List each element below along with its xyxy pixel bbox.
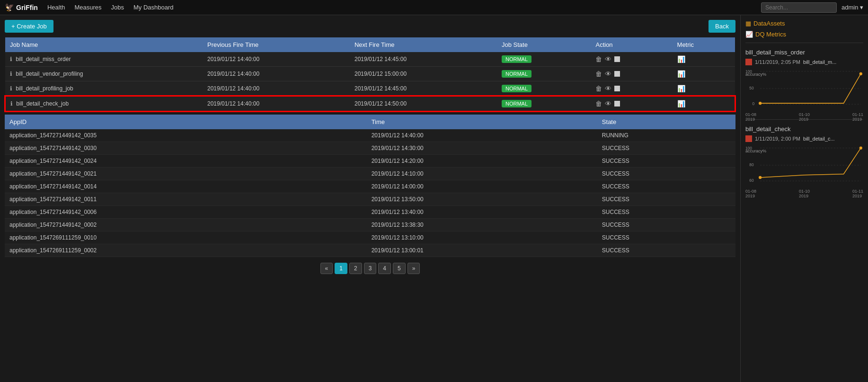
dq-metrics-label: DQ Metrics <box>755 31 786 38</box>
page-3[interactable]: 3 <box>364 263 377 274</box>
job-name-cell: ℹ bill_detail_miss_order <box>5 52 203 67</box>
col-action: Action <box>591 37 672 52</box>
svg-point-14 <box>859 147 862 150</box>
logo-icon: 🦅 <box>5 3 14 12</box>
job-prev-fire-cell: 2019/01/12 14:40:00 <box>203 67 350 81</box>
stop-icon[interactable] <box>614 56 620 62</box>
metric2-thumb <box>745 135 752 142</box>
action-icons: 🗑 👁 <box>595 55 667 63</box>
view-icon[interactable]: 👁 <box>605 85 611 92</box>
logo-text: GriFfin <box>16 4 38 11</box>
metric-chart-icon[interactable]: 📊 <box>677 100 685 107</box>
page-2[interactable]: 2 <box>349 263 362 274</box>
metric1-thumb <box>745 59 752 65</box>
delete-icon[interactable]: 🗑 <box>595 70 602 78</box>
delete-icon[interactable]: 🗑 <box>595 100 602 107</box>
app-id-cell: application_1547271449142_0030 <box>5 142 367 155</box>
top-navigation: 🦅 GriFfin Health Measures Jobs My Dashbo… <box>0 0 868 15</box>
job-metric-cell: 📊 <box>673 52 735 67</box>
metric2-x1: 01-082019 <box>745 189 756 198</box>
metric-section-1: bill_detail_miss_order 1/11/2019, 2:05 P… <box>745 49 863 115</box>
metric1-chart: accuracy% 100 50 0 <box>745 67 863 115</box>
delete-icon[interactable]: 🗑 <box>595 85 602 92</box>
col-appid: AppID <box>5 115 367 129</box>
dq-metrics-link[interactable]: 📈 DQ Metrics <box>745 31 863 38</box>
app-row: application_1547271449142_0024 2019/01/1… <box>5 155 735 168</box>
metric1-x3: 01-112019 <box>852 112 863 122</box>
job-row[interactable]: ℹ bill_detail_profiling_job 2019/01/12 1… <box>5 81 735 97</box>
jobs-table-header: Job Name Previous Fire Time Next Fire Ti… <box>5 37 735 52</box>
apps-table-body: application_1547271449142_0035 2019/01/1… <box>5 129 735 257</box>
user-menu[interactable]: admin ▾ <box>841 4 863 11</box>
metric2-x-labels: 01-082019 01-102019 01-112019 <box>745 189 863 198</box>
page-prev[interactable]: « <box>320 263 333 274</box>
metric2-x2: 01-102019 <box>799 189 810 198</box>
data-assets-link[interactable]: ▦ DataAssets <box>745 20 863 27</box>
info-icon: ℹ <box>10 71 12 77</box>
app-row: application_1547271449142_0014 2019/01/1… <box>5 180 735 193</box>
app-time-cell: 2019/01/12 14:10:00 <box>367 168 597 180</box>
job-metric-cell: 📊 <box>673 81 735 97</box>
view-icon[interactable]: 👁 <box>605 100 611 107</box>
col-state: State <box>597 115 735 129</box>
app-time-cell: 2019/01/12 13:38:30 <box>367 219 597 231</box>
apps-table: AppID Time State application_15472714491… <box>5 115 735 257</box>
app-state-cell: SUCCESS <box>597 168 735 180</box>
col-job-name: Job Name <box>5 37 203 52</box>
view-icon[interactable]: 👁 <box>605 55 611 63</box>
job-name-cell: ℹ bill_detail_vendor_profiling <box>5 67 203 81</box>
search-input[interactable] <box>761 2 837 13</box>
job-name-cell: ℹ bill_detail_check_job <box>5 96 203 111</box>
job-state-cell: NORMAL <box>497 67 591 81</box>
job-row[interactable]: ℹ bill_detail_vendor_profiling 2019/01/1… <box>5 67 735 81</box>
job-metric-cell: 📊 <box>673 96 735 111</box>
app-state-cell: SUCCESS <box>597 142 735 155</box>
app-row: application_1547269111259_0002 2019/01/1… <box>5 244 735 257</box>
info-icon: ℹ <box>10 85 12 92</box>
metric-chart-icon[interactable]: 📊 <box>677 55 685 63</box>
job-row[interactable]: ℹ bill_detail_miss_order 2019/01/12 14:4… <box>5 52 735 67</box>
metric1-x2: 01-102019 <box>799 112 810 122</box>
metric-chart-icon[interactable]: 📊 <box>677 85 685 92</box>
delete-icon[interactable]: 🗑 <box>595 55 602 63</box>
page-5[interactable]: 5 <box>393 263 406 274</box>
app-state-cell: SUCCESS <box>597 244 735 257</box>
nav-jobs[interactable]: Jobs <box>111 4 124 11</box>
stop-icon[interactable] <box>614 86 620 91</box>
nav-dashboard[interactable]: My Dashboard <box>133 4 174 11</box>
svg-point-6 <box>859 72 862 75</box>
back-button[interactable]: Back <box>709 20 735 33</box>
app-state-cell: SUCCESS <box>597 219 735 231</box>
metric-chart-icon[interactable]: 📊 <box>677 70 685 78</box>
chart-line-icon: 📈 <box>745 31 753 38</box>
stop-icon[interactable] <box>614 71 620 77</box>
job-row[interactable]: ℹ bill_detail_check_job 2019/01/12 14:40… <box>5 96 735 111</box>
app-time-cell: 2019/01/12 14:20:00 <box>367 155 597 168</box>
app-time-cell: 2019/01/12 14:40:00 <box>367 129 597 142</box>
nav-measures[interactable]: Measures <box>74 4 101 11</box>
page-next[interactable]: » <box>407 263 420 274</box>
page-1[interactable]: 1 <box>335 263 347 274</box>
app-state-cell: RUNNING <box>597 129 735 142</box>
nav-links: Health Measures Jobs My Dashboard <box>47 4 761 11</box>
app-row: application_1547271449142_0006 2019/01/1… <box>5 206 735 219</box>
job-action-cell: 🗑 👁 <box>591 81 672 97</box>
view-icon[interactable]: 👁 <box>605 70 611 78</box>
metric-section-2: bill_detail_check 1/11/2019, 2:00 PM bil… <box>745 125 863 191</box>
nav-health[interactable]: Health <box>47 4 65 11</box>
app-id-cell: application_1547271449142_0021 <box>5 168 367 180</box>
metric1-entry: 1/11/2019, 2:05 PM bill_detail_m... <box>745 59 863 65</box>
app-state-cell: SUCCESS <box>597 155 735 168</box>
page-4[interactable]: 4 <box>378 263 391 274</box>
jobs-table: Job Name Previous Fire Time Next Fire Ti… <box>5 37 735 112</box>
job-state-cell: NORMAL <box>497 96 591 111</box>
app-id-cell: application_1547269111259_0010 <box>5 231 367 244</box>
metric1-entry-name: bill_detail_m... <box>803 59 836 65</box>
stop-icon[interactable] <box>614 101 620 107</box>
metric1-x1: 01-082019 <box>745 112 756 122</box>
app-time-cell: 2019/01/12 13:10:00 <box>367 231 597 244</box>
metric1-y-label: accuracy% <box>745 72 766 77</box>
create-job-button[interactable]: + Create Job <box>5 20 53 33</box>
sidebar-divider-1 <box>745 43 863 43</box>
app-id-cell: application_1547271449142_0002 <box>5 219 367 231</box>
